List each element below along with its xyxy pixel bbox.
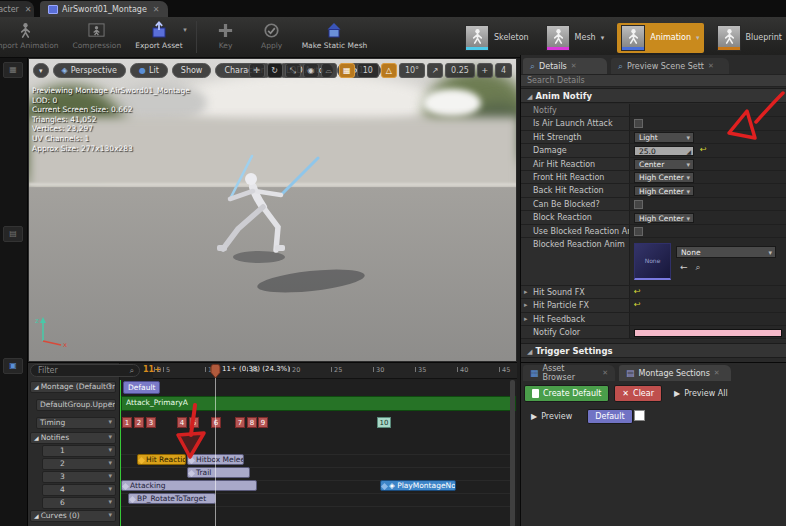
close-icon[interactable]: ✕ — [602, 369, 608, 377]
track-curves-0[interactable]: ◢Curves (0)▾ — [30, 510, 116, 522]
drag-handle-icon[interactable]: ◢ — [686, 147, 691, 157]
create-default-button[interactable]: Create Default — [524, 385, 609, 402]
timeline-filter-input[interactable]: Filter ⌕ — [30, 364, 140, 377]
timing-marker-9[interactable]: 9 — [258, 417, 268, 428]
expander-icon[interactable]: ◢ — [34, 383, 39, 390]
expander-icon[interactable]: ◢ — [34, 512, 39, 519]
timing-marker-4[interactable]: 4 — [177, 417, 187, 428]
block-reaction-dropdown[interactable]: High Center▾ — [634, 213, 694, 224]
timing-marker-2[interactable]: 2 — [134, 417, 144, 428]
mode-mesh-button[interactable]: Mesh▾ — [542, 23, 609, 53]
expander-icon[interactable]: ◢ — [34, 434, 39, 441]
track-defaultgroup-upper[interactable]: DefaultGroup.Upper▾ — [36, 399, 116, 411]
track-3[interactable]: 3▾ — [42, 471, 116, 483]
export-asset-button[interactable]: ▾Export Asset — [128, 17, 189, 58]
collapsed-tab-icon[interactable]: ▣ — [3, 358, 23, 374]
preview-all-button[interactable]: ▶ Preview All — [667, 385, 735, 402]
hit-strength-dropdown[interactable]: Light▾ — [634, 132, 694, 143]
revert-to-default-icon[interactable]: ↩ — [634, 287, 641, 296]
track-1[interactable]: 1▾ — [42, 445, 116, 457]
playhead-marker[interactable] — [210, 364, 221, 379]
chevron-down-icon[interactable]: ▾ — [686, 173, 690, 183]
timeline-ruler[interactable]: 051015202530354045 — [153, 363, 517, 379]
close-icon[interactable]: ✕ — [708, 62, 714, 70]
use-blocked-reaction-anim-checkbox[interactable] — [634, 227, 643, 236]
notify-handle-icon[interactable] — [381, 483, 388, 490]
expander-icon[interactable]: ▸ — [524, 301, 528, 309]
timing-marker-3[interactable]: 3 — [146, 417, 156, 428]
grid-snap-icon[interactable]: ▦ — [339, 63, 355, 78]
blocked-reaction-anim-dropdown[interactable]: None▾ — [676, 246, 776, 258]
notify-bp-rotatetotarget[interactable]: BP_RotateToTarget — [128, 493, 216, 504]
scale-snap-value[interactable]: 0.25 — [445, 63, 475, 78]
chevron-down-icon[interactable]: ▾ — [696, 34, 700, 42]
track-menu-icon[interactable]: ▾ — [108, 418, 112, 426]
viewport-show-button[interactable]: Show — [172, 63, 212, 78]
grid-snap-value[interactable]: 10 — [357, 63, 379, 78]
notify-playmontagenotify[interactable]: ◈ PlayMontageNotify — [380, 480, 456, 491]
back-hit-reaction-dropdown[interactable]: High Center▾ — [634, 186, 694, 197]
mode-blueprint-button[interactable]: Blueprint — [713, 23, 786, 53]
preview-button[interactable]: ▶ Preview — [524, 408, 579, 425]
close-icon[interactable]: ✕ — [25, 5, 32, 14]
revert-to-default-icon[interactable]: ↩ — [634, 300, 641, 309]
search-details-input[interactable]: Search Details — [521, 74, 786, 87]
notify-handle-icon[interactable] — [138, 457, 145, 464]
timing-marker-10[interactable]: 10 — [377, 417, 391, 428]
mode-skeleton-button[interactable]: Skeleton — [461, 23, 533, 53]
track-menu-icon[interactable]: ▾ — [108, 472, 112, 480]
camera-speed-icon[interactable]: 🞤 — [477, 63, 493, 78]
close-icon[interactable]: ✕ — [153, 5, 160, 14]
track-timing[interactable]: Timing▾ — [36, 417, 116, 429]
chevron-down-icon[interactable]: ▾ — [686, 214, 690, 224]
track-2[interactable]: 2▾ — [42, 458, 116, 470]
expander-icon[interactable]: ▸ — [524, 288, 528, 296]
compression-button[interactable]: Compression — [66, 17, 129, 58]
chevron-down-icon[interactable]: ▾ — [686, 160, 690, 170]
make-static-mesh-button[interactable]: Make Static Mesh — [295, 17, 375, 58]
preview-viewport[interactable]: ▾ ◈Perspective●LitShowCharacterLOD Auto▶… — [28, 58, 517, 362]
track-menu-icon[interactable]: ▾ — [108, 485, 112, 493]
track-menu-icon[interactable]: ▾ — [108, 382, 112, 390]
viewport-options-dropdown[interactable]: ▾ — [33, 63, 49, 78]
trigger-settings-section-header[interactable]: ◢Trigger Settings — [521, 343, 786, 358]
track-menu-icon[interactable]: ▾ — [108, 433, 112, 441]
notify-trail[interactable]: Trail — [187, 467, 250, 478]
track-menu-icon[interactable]: ▾ — [108, 400, 112, 408]
track-4[interactable]: 4▾ — [42, 484, 116, 496]
import-animation-button[interactable]: Import Animation — [0, 17, 66, 58]
section-color-swatch[interactable] — [634, 410, 645, 421]
timing-marker-7[interactable]: 7 — [235, 417, 245, 428]
chevron-down-icon[interactable]: ▾ — [768, 248, 772, 259]
camera-speed-value[interactable]: 4 — [495, 63, 512, 78]
close-icon[interactable]: ✕ — [571, 62, 577, 70]
timeline-scrollbar[interactable] — [510, 380, 515, 526]
key-button[interactable]: Key — [203, 17, 249, 58]
angle-snap-value[interactable]: 10° — [399, 63, 425, 78]
apply-button[interactable]: Apply — [249, 17, 295, 58]
scale-snap-icon[interactable]: ↗ — [427, 63, 443, 78]
tab-montage[interactable]: AirSword01_Montage ✕ — [40, 1, 168, 17]
track-menu-icon[interactable]: ▾ — [108, 498, 112, 506]
front-hit-reaction-dropdown[interactable]: High Center▾ — [634, 172, 694, 183]
slot-animation-bar[interactable]: Attack_PrimaryA — [121, 396, 516, 411]
track-menu-icon[interactable]: ▾ — [108, 511, 112, 519]
clear-button[interactable]: ✕ Clear — [614, 385, 662, 402]
track-6[interactable]: 6▾ — [42, 497, 116, 509]
can-be-blocked-checkbox[interactable] — [634, 200, 643, 209]
close-icon[interactable]: ✕ — [714, 369, 720, 377]
chevron-down-icon[interactable]: ▾ — [183, 26, 187, 34]
chevron-down-icon[interactable]: ▾ — [686, 187, 690, 197]
surface-snap-icon[interactable]: ⌓ — [321, 63, 337, 78]
track-menu-icon[interactable]: ▾ — [108, 459, 112, 467]
viewport-lit-button[interactable]: ●Lit — [130, 63, 168, 78]
viewport-perspective-button[interactable]: ◈Perspective — [53, 63, 127, 78]
world-space-icon[interactable]: ◉ — [303, 63, 319, 78]
damage-field[interactable]: 25.0◢ — [634, 146, 694, 157]
default-section-button[interactable]: Default — [587, 409, 632, 424]
use-selected-icon[interactable]: ← — [680, 262, 688, 273]
angle-snap-icon[interactable]: △ — [381, 63, 397, 78]
anim-notify-section-header[interactable]: ◢Anim Notify — [521, 88, 786, 103]
timing-marker-5[interactable]: 5 — [189, 417, 199, 428]
tab-details[interactable]: ⌕ Details ✕ — [523, 58, 607, 74]
